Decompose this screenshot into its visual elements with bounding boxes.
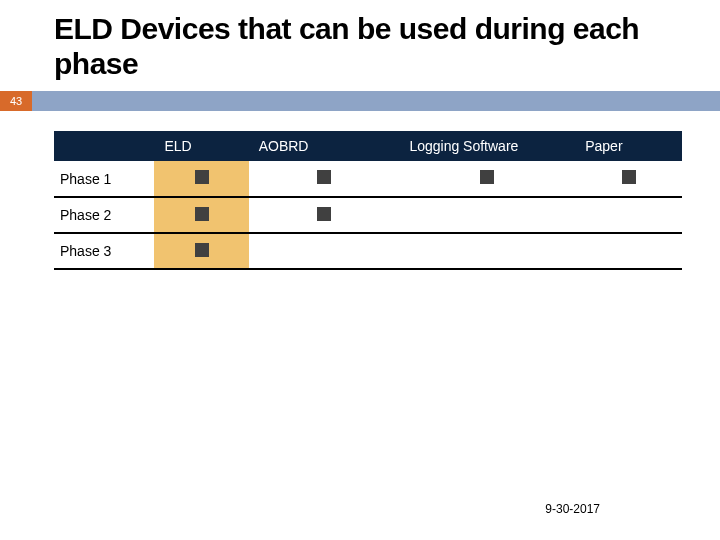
- square-icon: [622, 170, 636, 184]
- table-row: Phase 3: [54, 233, 682, 269]
- square-icon: [195, 207, 209, 221]
- square-icon: [480, 170, 494, 184]
- cell-phase2-logging: [399, 197, 575, 233]
- header-paper: Paper: [575, 131, 682, 161]
- square-icon: [317, 207, 331, 221]
- cell-phase1-eld: [154, 161, 248, 197]
- square-icon: [195, 170, 209, 184]
- footer-date: 9-30-2017: [545, 502, 600, 516]
- row-label-phase2: Phase 2: [54, 197, 154, 233]
- cell-phase2-eld: [154, 197, 248, 233]
- row-label-phase3: Phase 3: [54, 233, 154, 269]
- cell-phase3-logging: [399, 233, 575, 269]
- slide-number: 43: [0, 91, 32, 111]
- table-row: Phase 2: [54, 197, 682, 233]
- band-fill: [32, 91, 720, 111]
- cell-phase3-aobrd: [249, 233, 400, 269]
- cell-phase1-logging: [399, 161, 575, 197]
- cell-phase1-paper: [575, 161, 682, 197]
- cell-phase1-aobrd: [249, 161, 400, 197]
- table-header-row: ELD AOBRD Logging Software Paper: [54, 131, 682, 161]
- header-band: 43: [0, 91, 720, 111]
- cell-phase2-aobrd: [249, 197, 400, 233]
- header-aobrd: AOBRD: [249, 131, 400, 161]
- cell-phase3-eld: [154, 233, 248, 269]
- header-logging: Logging Software: [399, 131, 575, 161]
- table-row: Phase 1: [54, 161, 682, 197]
- header-eld: ELD: [154, 131, 248, 161]
- cell-phase2-paper: [575, 197, 682, 233]
- square-icon: [317, 170, 331, 184]
- square-icon: [195, 243, 209, 257]
- header-blank: [54, 131, 154, 161]
- device-table: ELD AOBRD Logging Software Paper Phase 1…: [54, 131, 682, 270]
- row-label-phase1: Phase 1: [54, 161, 154, 197]
- slide-title: ELD Devices that can be used during each…: [0, 0, 720, 91]
- cell-phase3-paper: [575, 233, 682, 269]
